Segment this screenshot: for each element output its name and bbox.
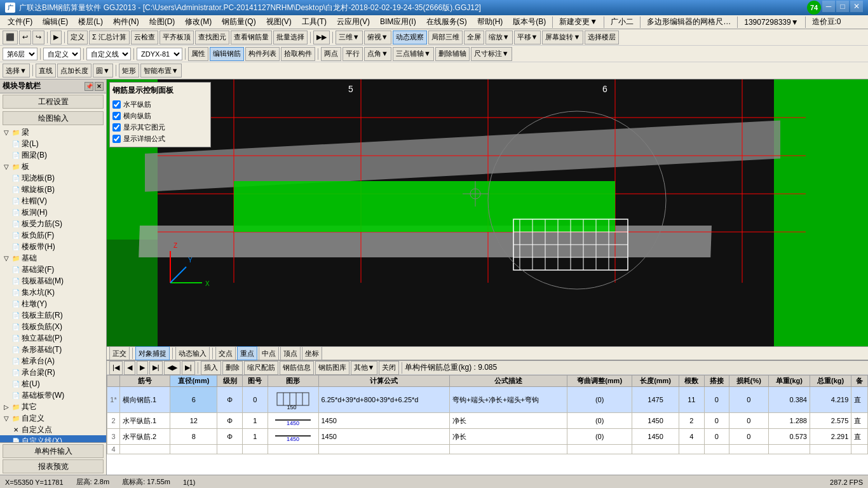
table-row[interactable]: 4 <box>107 445 868 454</box>
circle-button[interactable]: 圆▼ <box>93 64 113 78</box>
menu-floor[interactable]: 楼层(L) <box>73 15 108 29</box>
pan-button[interactable]: 平移▼ <box>514 30 541 44</box>
orthogonal-button[interactable]: 正交 <box>109 346 130 360</box>
component-select[interactable]: 自定义 <box>43 48 81 60</box>
tree-node-dulijijichu[interactable]: 📄 独立基础(P) <box>0 332 106 344</box>
table-row[interactable]: 2 水平纵筋.1 12 Φ 1 1450 1450 <box>107 413 868 429</box>
delete-aux-button[interactable]: 删除辅轴 <box>435 47 470 61</box>
properties-button[interactable]: 属性 <box>188 47 208 61</box>
line-type-select[interactable]: 自定义线 <box>86 48 131 60</box>
rect-button[interactable]: 矩形 <box>119 64 139 78</box>
steel-panel-item-horizontal[interactable]: 水平纵筋 <box>112 98 208 110</box>
fullscreen-button[interactable]: 全屏 <box>464 30 484 44</box>
panel-close-button[interactable]: ✕ <box>95 82 104 91</box>
single-component-input-button[interactable]: 单构件输入 <box>3 444 104 458</box>
tree-node-zhuanchengtai[interactable]: 📄 桩承台(A) <box>0 355 106 367</box>
line-button[interactable]: 直线 <box>36 64 56 78</box>
scale-rebar-button[interactable]: 缩尺配筋 <box>244 361 278 375</box>
menu-bim[interactable]: BIM应用(I) <box>375 15 421 29</box>
nav-prev2-button[interactable]: ◀▶ <box>164 361 180 375</box>
menu-cloud[interactable]: 云应用(V) <box>332 15 375 29</box>
nav-next2-button[interactable]: ▶| <box>182 361 195 375</box>
tree-node-jichuliang[interactable]: 📄 基础梁(F) <box>0 264 106 275</box>
menu-guangxiao[interactable]: 广小二 <box>606 15 639 29</box>
steel-panel-item-transverse[interactable]: 横向纵筋 <box>112 110 208 121</box>
menu-new-change[interactable]: 新建变更▼ <box>554 15 602 29</box>
sum-calc-button[interactable]: Σ 汇总计算 <box>89 30 130 44</box>
undo-button[interactable]: ↩ <box>19 30 31 44</box>
define-button[interactable]: 定义 <box>67 30 88 44</box>
vertex-button[interactable]: 顶点 <box>280 346 301 360</box>
screen-rotate-button[interactable]: 屏幕旋转▼ <box>542 30 583 44</box>
object-snap-button[interactable]: 对象捕捉 <box>135 346 170 360</box>
tree-node-quanliang[interactable]: 📄 圈梁(B) <box>0 149 106 161</box>
tree-node-beam-parent[interactable]: ▽ 📁 梁 <box>0 126 106 138</box>
menu-edit[interactable]: 编辑(E) <box>37 15 73 29</box>
two-points-button[interactable]: 两点 <box>321 47 341 61</box>
maximize-button[interactable]: □ <box>836 1 849 12</box>
parallel-button[interactable]: 平行 <box>342 47 363 61</box>
point-extend-button[interactable]: 点加长度 <box>57 64 92 78</box>
show-other-checkbox[interactable] <box>112 123 121 132</box>
select-floor-button[interactable]: 选择楼层 <box>585 30 619 44</box>
menu-modify[interactable]: 修改(M) <box>180 15 217 29</box>
tree-node-bandong[interactable]: 📄 板洞(H) <box>0 207 106 218</box>
title-controls[interactable]: 74 ─ □ ✕ <box>807 1 863 15</box>
tree-node-zhui[interactable]: 📄 桩(U) <box>0 378 106 390</box>
pick-component-button[interactable]: 拾取构件 <box>281 47 315 61</box>
menu-view[interactable]: 视图(V) <box>261 15 297 29</box>
menu-component[interactable]: 构件(N) <box>108 15 144 29</box>
minimize-button[interactable]: ─ <box>822 1 835 12</box>
tree-node-faban[interactable]: 📄 筏板基础(M) <box>0 275 106 287</box>
tree-node-slab-parent[interactable]: ▽ 📁 板 <box>0 161 106 172</box>
menu-draw[interactable]: 绘图(D) <box>144 15 180 29</box>
center-point-button[interactable]: 中点 <box>259 346 279 360</box>
tree-node-liang[interactable]: 📄 梁(L) <box>0 138 106 149</box>
tree-node-jishukeng[interactable]: 📄 集水坑(K) <box>0 287 106 298</box>
tree-node-tiaoxingjjichu[interactable]: 📄 条形基础(T) <box>0 344 106 355</box>
tree-node-banfujin[interactable]: 📄 板负筋(F) <box>0 229 106 241</box>
intersection-button[interactable]: 交点 <box>215 346 236 360</box>
engineering-settings-button[interactable]: 工程设置 <box>3 95 104 109</box>
component-list-button[interactable]: 构件列表 <box>245 47 280 61</box>
tree-node-custom-parent[interactable]: ▽ 📁 自定义 <box>0 412 106 424</box>
table-row[interactable]: 3 水平纵筋.2 8 Φ 1 1450 1450 <box>107 429 868 445</box>
panel-pin-button[interactable]: 📌 <box>85 82 93 91</box>
menu-help[interactable]: 帮助(H) <box>472 15 508 29</box>
menu-steel-qty[interactable]: 钢筋量(Q) <box>217 15 261 29</box>
tree-node-other-parent[interactable]: ▷ 📁 其它 <box>0 401 106 412</box>
cloud-check-button[interactable]: 云检查 <box>131 30 158 44</box>
tree-node-luoxuanban[interactable]: 📄 螺旋板(B) <box>0 184 106 195</box>
menu-file[interactable]: 文件(F) <box>3 15 37 29</box>
top-view-button[interactable]: 俯视▼ <box>364 30 391 44</box>
menu-price[interactable]: 造价豆:0 <box>807 15 846 29</box>
local-3d-button[interactable]: 局部三维 <box>428 30 463 44</box>
nav-first-button[interactable]: |◀ <box>109 361 123 375</box>
drawing-input-button[interactable]: 绘图输入 <box>3 111 104 125</box>
nav-next-button[interactable]: ▶ <box>137 361 148 375</box>
steel-panel-item-show-formula[interactable]: 显示详细公式 <box>112 133 208 144</box>
tree-node-foundation-parent[interactable]: ▽ 📁 基础 <box>0 252 106 264</box>
tree-node-zhudun[interactable]: 📄 柱墩(Y) <box>0 298 106 309</box>
tree-node-banshoulijin[interactable]: 📄 板受力筋(S) <box>0 218 106 229</box>
3d-button[interactable]: 三维▼ <box>336 30 363 44</box>
view-steel-button[interactable]: 查看钢筋量 <box>231 30 272 44</box>
smart-layout-button[interactable]: 智能布置▼ <box>140 64 182 78</box>
angle-button[interactable]: 点角▼ <box>364 47 391 61</box>
tree-node-louban[interactable]: 📄 楼板带(H) <box>0 241 106 252</box>
menu-polygon[interactable]: 多边形编辑器的网格尺… <box>642 15 736 29</box>
tree-node-chengtailiang[interactable]: 📄 承台梁(R) <box>0 367 106 378</box>
menu-tools[interactable]: 工具(T) <box>297 15 332 29</box>
report-preview-button[interactable]: 报表预览 <box>3 459 104 473</box>
menu-service[interactable]: 在线服务(S) <box>421 15 472 29</box>
tree-node-xianzhuban[interactable]: 📄 现浇板(B) <box>0 172 106 184</box>
run-button[interactable]: ▶ <box>50 30 62 44</box>
steel-library-button[interactable]: 钢筋图库 <box>315 361 349 375</box>
delete-row-button[interactable]: 删除 <box>222 361 243 375</box>
tree-node-jichu-band[interactable]: 📄 基础板带(W) <box>0 390 106 401</box>
zoom-button[interactable]: 缩放▼ <box>485 30 513 44</box>
new-file-button[interactable]: ⬛ <box>3 30 18 44</box>
steel-info-button[interactable]: 钢筋信息 <box>280 361 314 375</box>
batch-select-button[interactable]: 批量选择 <box>273 30 308 44</box>
tree-node-zhuma[interactable]: 📄 柱帽(V) <box>0 195 106 207</box>
